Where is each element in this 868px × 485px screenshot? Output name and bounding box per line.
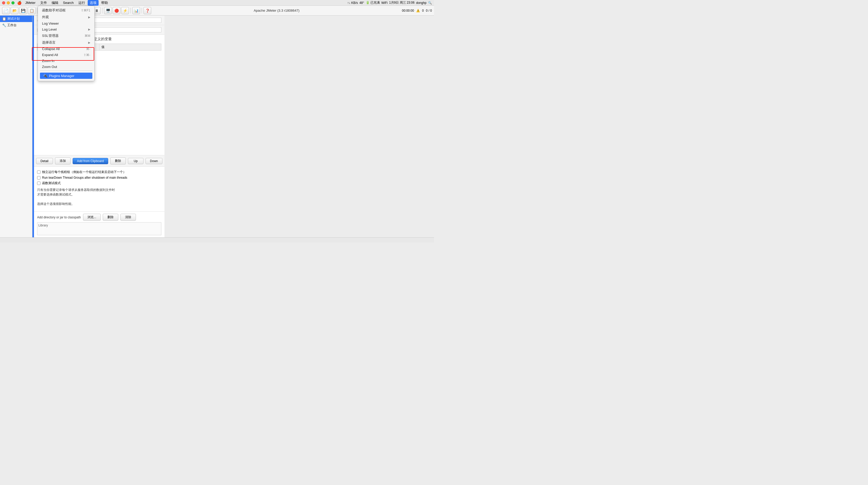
expand-all-item[interactable]: Expand All ⇧⌘-	[38, 52, 94, 58]
collapse-all-label: Collapse All	[42, 47, 60, 51]
zoom-in-item[interactable]: Zoom In	[38, 58, 94, 64]
functional-mode-row: 函数测试模式	[37, 181, 161, 186]
plugins-manager-label: Plugins Manager	[49, 74, 74, 78]
plugins-manager-item[interactable]: 🔌 Plugins Manager	[40, 73, 92, 79]
add-button[interactable]: 添加	[55, 157, 70, 164]
down-button[interactable]: Down	[146, 158, 162, 164]
bottom-buttons: Detail 添加 Add from Clipboard 删除 Up Down	[34, 155, 164, 166]
save-button[interactable]: 💾	[19, 7, 27, 14]
battery-status: 🔋 已充满	[366, 1, 380, 5]
options-dropdown: 函数助手对话框 ⇧⌘F1 外观 ▶ Log Viewer Log Level ▶…	[38, 6, 95, 81]
menu-bar-items: 🍎 JMeter 文件 编辑 Search 运行 选项 帮助	[2, 0, 110, 6]
plugins-icon: 🔌	[43, 74, 48, 78]
classpath-header: Add directory or jar to classpath 浏览... …	[37, 214, 161, 221]
zoom-in-label: Zoom In	[42, 59, 55, 63]
log-viewer-label: Log Viewer	[42, 22, 59, 25]
maximize-button[interactable]	[11, 1, 14, 4]
teardown-threads-checkbox[interactable]	[37, 176, 40, 180]
log-level-arrow: ▶	[88, 28, 90, 31]
network-status: ↑↓ KB/s	[347, 1, 358, 5]
functional-mode-label: 函数测试模式	[42, 181, 61, 186]
collapse-all-item[interactable]: Collapse All ⌘-	[38, 46, 94, 52]
independent-threads-checkbox[interactable]	[37, 170, 40, 174]
up-button[interactable]: Up	[128, 158, 144, 164]
clear-button[interactable]: 清除	[120, 214, 136, 221]
status-bar	[0, 237, 434, 243]
fn-dialog-label: 函数助手对话框	[42, 8, 66, 13]
warning-icon: ⚠️	[416, 9, 420, 12]
appearance-arrow: ▶	[88, 15, 90, 19]
appearance-item[interactable]: 外观 ▶	[38, 14, 94, 21]
expand-all-shortcut: ⇧⌘-	[84, 53, 90, 57]
new-button[interactable]: 📄	[2, 7, 10, 14]
value-column-header: 值	[99, 44, 161, 51]
classpath-label: Add directory or jar to classpath	[37, 216, 81, 219]
menu-run[interactable]: 运行	[76, 0, 87, 6]
fn-dialog-shortcut: ⇧⌘F1	[81, 8, 90, 12]
sidebar-item-test-plan[interactable]: 📋 测试计划	[0, 15, 32, 22]
workbench-icon: 🔧	[2, 23, 6, 27]
toolbar-right: 00:00:00 ⚠️ 0 0 / 0	[402, 9, 432, 12]
apple-menu[interactable]: 🍎	[17, 1, 22, 5]
delete-classpath-button[interactable]: 删除	[103, 214, 118, 221]
sidebar-item-label-workbench: 工作台	[7, 23, 17, 28]
select-language-item[interactable]: 选择语言 ▶	[38, 39, 94, 46]
left-panel: 📋 测试计划 🔧 工作台	[0, 15, 32, 237]
collapse-all-shortcut: ⌘-	[86, 47, 90, 51]
detail-button[interactable]: Detail	[36, 158, 53, 164]
browse-button[interactable]: 浏览...	[83, 214, 101, 221]
error-count: 0	[422, 9, 424, 12]
ssl-manager-shortcut: ⌘M	[85, 34, 90, 38]
desc-line1: 只有当你需要记录每个请求从服务器取得的数据到文件时	[37, 188, 115, 192]
functional-mode-checkbox[interactable]	[37, 182, 40, 185]
select-language-label: 选择语言	[42, 40, 56, 45]
description-text: 只有当你需要记录每个请求从服务器取得的数据到文件时 才需要选择函数测试模式。 选…	[37, 188, 161, 206]
ssl-manager-item[interactable]: SSL管理器 ⌘M	[38, 32, 94, 39]
select-language-arrow: ▶	[88, 41, 90, 44]
teardown-threads-row: Run tearDown Thread Groups after shutdow…	[37, 176, 161, 180]
menu-help[interactable]: 帮助	[99, 0, 110, 6]
window-controls	[2, 1, 14, 4]
remote-start-button[interactable]: 🖥️	[104, 7, 112, 14]
desc-line2: 才需要选择函数测试模式。	[37, 193, 74, 196]
remote-exit-button[interactable]: ⚡	[121, 7, 129, 14]
sidebar-item-workbench[interactable]: 🔧 工作台	[0, 22, 32, 29]
sidebar-item-label-test-plan: 测试计划	[7, 17, 20, 21]
close-button[interactable]	[2, 1, 5, 4]
menu-bar: 🍎 JMeter 文件 编辑 Search 运行 选项 帮助 ↑↓ KB/s 4…	[0, 0, 434, 6]
delete-row-button[interactable]: 删除	[110, 157, 126, 164]
search-icon[interactable]: 🔍	[428, 1, 432, 5]
menu-edit[interactable]: 编辑	[50, 0, 60, 6]
appearance-label: 外观	[42, 15, 49, 20]
menu-jmeter[interactable]: JMeter	[23, 0, 38, 5]
classpath-section: Add directory or jar to classpath 浏览... …	[34, 212, 164, 237]
fn-dialog-item[interactable]: 函数助手对话框 ⇧⌘F1	[38, 7, 94, 14]
datetime: 1月9日 周三 23:06	[389, 1, 414, 5]
minimize-button[interactable]	[7, 1, 10, 4]
menu-file[interactable]: 文件	[38, 0, 49, 6]
template-button[interactable]: 📊	[132, 7, 140, 14]
remote-stop-button[interactable]: 🔴	[113, 7, 120, 14]
expand-all-label: Expand All	[42, 53, 58, 57]
zoom-out-item[interactable]: Zoom Out	[38, 64, 94, 70]
wifi-status: WiFi	[381, 1, 388, 5]
menu-divider	[40, 70, 92, 71]
add-from-clipboard-button[interactable]: Add from Clipboard	[73, 158, 108, 164]
menu-options[interactable]: 选项	[88, 0, 99, 6]
open-button[interactable]: 📂	[11, 7, 19, 14]
library-box: Library	[37, 222, 161, 235]
ssl-manager-label: SSL管理器	[42, 33, 59, 38]
progress-display: 0 / 0	[426, 9, 432, 12]
timer-display: 00:00:00	[402, 9, 414, 12]
username: donghp	[416, 1, 427, 5]
log-viewer-item[interactable]: Log Viewer	[38, 21, 94, 27]
help-button[interactable]: ❓	[144, 7, 151, 14]
teardown-threads-label: Run tearDown Thread Groups after shutdow…	[42, 176, 127, 180]
log-level-item[interactable]: Log Level ▶	[38, 27, 94, 32]
zoom-out-label: Zoom Out	[42, 65, 57, 69]
save-as-button[interactable]: 📋	[28, 7, 35, 14]
independent-threads-label: 独立运行每个线程组（例如在一个组运行结束后启动下一个）	[42, 170, 126, 174]
menu-search[interactable]: Search	[61, 0, 76, 5]
desc-line4: 选择这个选项很影响性能。	[37, 202, 74, 206]
test-plan-icon: 📋	[2, 17, 6, 21]
